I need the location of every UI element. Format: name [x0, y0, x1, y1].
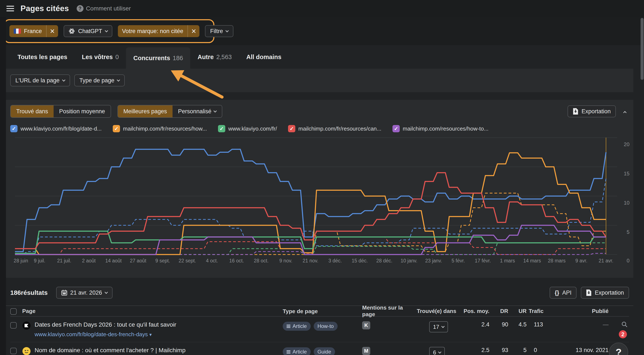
- how-to-use-link[interactable]: ? Comment utiliser: [77, 5, 131, 12]
- api-button[interactable]: {} API: [550, 287, 577, 299]
- found-in-select[interactable]: 6: [429, 347, 445, 355]
- filter-pill-brand[interactable]: Votre marque: non citée ×: [118, 25, 200, 37]
- date-picker-button[interactable]: 21 avr. 2026: [56, 287, 112, 299]
- segment-position-moyenne[interactable]: Position moyenne: [54, 105, 110, 117]
- type-badge-article[interactable]: Article: [283, 322, 311, 331]
- legend-checkbox-icon[interactable]: ✓: [392, 125, 400, 132]
- chart-panel: 28 juin9 juil.21 juil.2 août14 août27 ao…: [6, 100, 633, 278]
- segment-label: Position moyenne: [59, 108, 105, 115]
- legend-item[interactable]: ✓mailchimp.com/resources/how-to...: [392, 125, 488, 132]
- svg-text:21 avr.: 21 avr.: [598, 258, 613, 264]
- column-header-traf[interactable]: Trafic: [526, 308, 555, 315]
- chevron-down-icon: [62, 78, 66, 81]
- chevron-down-icon: [104, 290, 108, 294]
- type-badge-guide[interactable]: Guide: [314, 347, 335, 355]
- chevron-down-icon: [117, 78, 120, 81]
- notification-badge[interactable]: 2: [619, 330, 627, 338]
- segment-meilleures-pages[interactable]: Meilleures pages: [118, 105, 172, 117]
- tab-les-v-tres[interactable]: Les vôtres0: [74, 45, 126, 69]
- remove-country-filter-icon[interactable]: ×: [46, 25, 58, 37]
- hamburger-menu-icon[interactable]: [6, 4, 14, 13]
- svg-text:4 oct.: 4 oct.: [206, 258, 218, 264]
- filter-pill-platform[interactable]: ChatGPT: [64, 25, 112, 37]
- url-expand-icon[interactable]: ▾: [150, 332, 152, 337]
- question-icon: ?: [77, 5, 84, 12]
- tab-toutes-les-pages[interactable]: Toutes les pages: [10, 45, 74, 69]
- legend-checkbox-icon[interactable]: ✓: [288, 125, 295, 132]
- column-header-found[interactable]: Trouvé(e) dans: [417, 308, 458, 315]
- legend-item[interactable]: ✓www.klaviyo.com/fr/: [218, 125, 277, 132]
- page-scrollbar[interactable]: [640, 18, 644, 355]
- segment-trouv-dans[interactable]: Trouvé dans: [11, 105, 54, 117]
- row-checkbox[interactable]: [10, 348, 17, 354]
- legend-item[interactable]: ✓mailchimp.com/fr/resources/how...: [113, 125, 207, 132]
- subfilter-type-de-page[interactable]: Type de page: [74, 74, 125, 86]
- sub-toolbar: L'URL de la pageType de page: [6, 69, 633, 92]
- subfilter-l-url-de-la-page[interactable]: L'URL de la page: [10, 74, 70, 86]
- article-icon: [286, 324, 290, 329]
- collapse-chart-icon[interactable]: [620, 110, 629, 113]
- chart-export-button[interactable]: Exportation: [568, 105, 616, 117]
- how-to-use-label: Comment utiliser: [86, 5, 131, 12]
- tab-all-domains[interactable]: All domains: [239, 45, 289, 69]
- column-header-mention[interactable]: Mentions sur la page: [362, 305, 417, 318]
- metric-toggle: Trouvé dansPosition moyenne: [10, 105, 111, 118]
- column-header-type[interactable]: Type de page: [283, 308, 362, 315]
- legend-checkbox-icon[interactable]: ✓: [10, 125, 18, 132]
- api-button-label: API: [562, 290, 572, 296]
- legend-label: mailchimp.com/fr/resources/can...: [298, 125, 381, 132]
- filter-button[interactable]: Filtre: [205, 25, 234, 37]
- page-url-link[interactable]: www.klaviyo.com/fr/blog/date-des-french-…: [34, 331, 176, 338]
- scrollbar-thumb[interactable]: [640, 18, 644, 80]
- page-cell: Dates des French Days 2026 : tout ce qu'…: [22, 321, 283, 338]
- type-badge-how-to[interactable]: How-to: [314, 322, 338, 331]
- mention-avatar[interactable]: K: [362, 321, 370, 330]
- mention-avatar[interactable]: M: [362, 347, 370, 355]
- legend-item[interactable]: ✓mailchimp.com/fr/resources/can...: [288, 125, 381, 132]
- svg-text:5 févr.: 5 févr.: [452, 258, 465, 264]
- tab-count: 186: [173, 55, 183, 62]
- page-text-stack: Dates des French Days 2026 : tout ce qu'…: [34, 321, 176, 338]
- type-cell: ArticleGuide: [283, 347, 362, 355]
- chart-legend: ✓www.klaviyo.com/fr/blog/date-d...✓mailc…: [10, 125, 488, 132]
- column-header-dr[interactable]: DR: [490, 308, 508, 315]
- legend-checkbox-icon[interactable]: ✓: [113, 125, 120, 132]
- found-in-select[interactable]: 17: [429, 321, 448, 332]
- article-icon: [286, 350, 290, 354]
- notification-count: 2: [621, 331, 624, 338]
- export-file-icon: [586, 289, 592, 296]
- filter-button-label: Filtre: [210, 28, 223, 34]
- help-fab-label: ?: [616, 347, 622, 355]
- subfilter-label: L'URL de la page: [15, 77, 60, 84]
- column-header-pub[interactable]: Publié: [555, 308, 608, 315]
- column-header-page[interactable]: Page: [22, 308, 283, 315]
- svg-text:9 juil.: 9 juil.: [34, 258, 45, 264]
- column-header-ur[interactable]: UR: [508, 308, 526, 315]
- type-badge-article[interactable]: Article: [283, 347, 311, 355]
- header-checkbox-cell: [10, 308, 22, 315]
- legend-label: mailchimp.com/fr/resources/how...: [123, 125, 207, 132]
- segment-label: Trouvé dans: [16, 108, 48, 115]
- filter-pill-country[interactable]: France ×: [10, 25, 58, 37]
- column-header-pos[interactable]: Pos. moy.: [458, 308, 490, 315]
- chart-export-label: Exportation: [582, 108, 611, 115]
- row-checkbox-cell: [10, 347, 22, 354]
- segment-personnalis-[interactable]: Personnalisé: [172, 105, 222, 117]
- remove-brand-filter-icon[interactable]: ×: [188, 25, 200, 37]
- row-checkbox[interactable]: [10, 322, 17, 329]
- table-row[interactable]: Nom de domaine : où et comment l'acheter…: [10, 342, 629, 355]
- table-row[interactable]: Dates des French Days 2026 : tout ce qu'…: [10, 317, 629, 342]
- search-icon[interactable]: [621, 321, 628, 328]
- svg-text:1 mars: 1 mars: [500, 258, 515, 264]
- mentions-cell: M: [362, 347, 417, 355]
- tab-autre[interactable]: Autre2,563: [190, 45, 239, 69]
- legend-checkbox-icon[interactable]: ✓: [218, 125, 225, 132]
- tab-concurrents[interactable]: Concurrents186: [126, 47, 190, 69]
- select-all-checkbox[interactable]: [10, 308, 17, 315]
- svg-text:15: 15: [624, 171, 630, 176]
- table-export-button[interactable]: Exportation: [581, 287, 629, 299]
- legend-item[interactable]: ✓www.klaviyo.com/fr/blog/date-d...: [10, 125, 102, 132]
- tab-count: 2,563: [216, 53, 232, 61]
- dr-value: 93: [490, 347, 508, 354]
- tab-label: Toutes les pages: [18, 53, 67, 61]
